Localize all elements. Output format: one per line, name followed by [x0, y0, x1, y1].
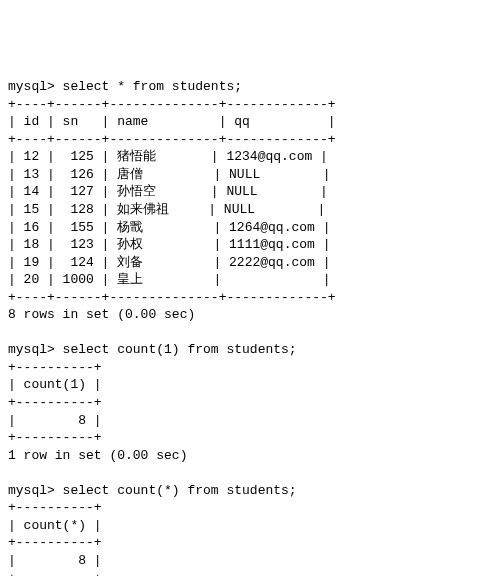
table-border: +----------+	[8, 534, 492, 552]
table-header: | count(*) |	[8, 517, 492, 535]
table-row: | 8 |	[8, 552, 492, 570]
table-border: +----------+	[8, 570, 492, 577]
table-header: | id | sn | name | qq |	[8, 113, 492, 131]
status-text: 1 row in set (0.00 sec)	[8, 447, 492, 465]
status-text: 8 rows in set (0.00 sec)	[8, 306, 492, 324]
table-row: | 8 |	[8, 412, 492, 430]
table-border: +----------+	[8, 359, 492, 377]
table-row: | 13 | 126 | 唐僧 | NULL |	[8, 166, 492, 184]
table-row: | 19 | 124 | 刘备 | 2222@qq.com |	[8, 254, 492, 272]
table-header: | count(1) |	[8, 376, 492, 394]
sql-query: select count(1) from students;	[63, 342, 297, 357]
table-row: | 16 | 155 | 杨戬 | 1264@qq.com |	[8, 219, 492, 237]
table-row: | 12 | 125 | 猪悟能 | 1234@qq.com |	[8, 148, 492, 166]
table-border: +----------+	[8, 499, 492, 517]
table-border: +----+------+--------------+------------…	[8, 289, 492, 307]
mysql-prompt[interactable]: mysql>	[8, 483, 63, 498]
table-row: | 15 | 128 | 如来佛祖 | NULL |	[8, 201, 492, 219]
mysql-prompt[interactable]: mysql>	[8, 79, 63, 94]
table-row: | 18 | 123 | 孙权 | 1111@qq.com |	[8, 236, 492, 254]
sql-query: select count(*) from students;	[63, 483, 297, 498]
table-row: | 14 | 127 | 孙悟空 | NULL |	[8, 183, 492, 201]
table-row: | 20 | 1000 | 皇上 | |	[8, 271, 492, 289]
terminal-output: mysql> select * from students; +----+---…	[8, 61, 492, 576]
mysql-prompt[interactable]: mysql>	[8, 342, 63, 357]
table-border: +----+------+--------------+------------…	[8, 96, 492, 114]
table-border: +----------+	[8, 394, 492, 412]
table-border: +----------+	[8, 429, 492, 447]
sql-query: select * from students;	[63, 79, 242, 94]
table-border: +----+------+--------------+------------…	[8, 131, 492, 149]
